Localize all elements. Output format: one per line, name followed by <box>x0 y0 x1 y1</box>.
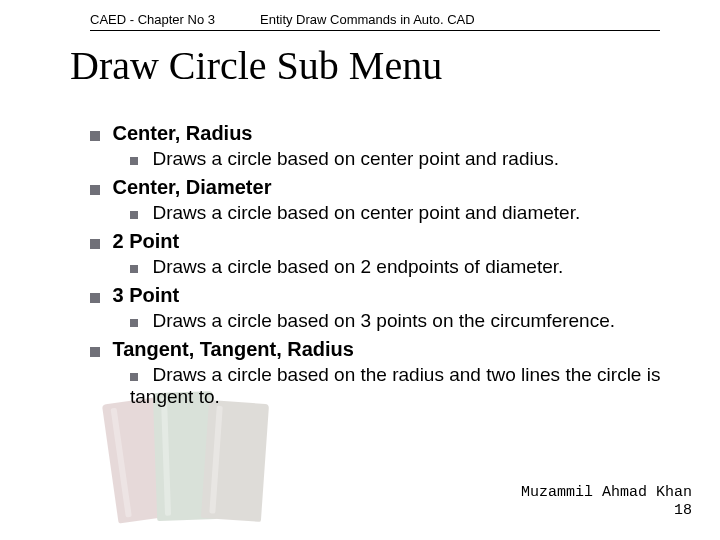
author-name: Muzammil Ahmad Khan <box>521 484 692 502</box>
square-bullet-icon <box>130 319 138 327</box>
item-label: 3 Point <box>112 284 179 306</box>
square-bullet-icon <box>130 157 138 165</box>
square-bullet-icon <box>90 347 100 357</box>
item-description: Draws a circle based on center point and… <box>152 202 580 223</box>
item-description: Draws a circle based on center point and… <box>152 148 559 169</box>
item-description-row: Draws a circle based on the radius and t… <box>130 364 680 408</box>
item-label: 2 Point <box>112 230 179 252</box>
item-description-row: Draws a circle based on center point and… <box>130 148 680 170</box>
header-divider <box>90 30 660 31</box>
header-right: Entity Draw Commands in Auto. CAD <box>260 12 475 27</box>
item-description-row: Draws a circle based on 2 endpoints of d… <box>130 256 680 278</box>
page-number: 18 <box>521 502 692 520</box>
item-label: Center, Radius <box>112 122 252 144</box>
header-left: CAED - Chapter No 3 <box>90 12 215 27</box>
content-list: Center, Radius Draws a circle based on c… <box>90 122 680 414</box>
square-bullet-icon <box>130 211 138 219</box>
square-bullet-icon <box>90 131 100 141</box>
list-item: Tangent, Tangent, Radius Draws a circle … <box>90 338 680 408</box>
square-bullet-icon <box>130 373 138 381</box>
list-item: 2 Point Draws a circle based on 2 endpoi… <box>90 230 680 278</box>
list-item: Center, Diameter Draws a circle based on… <box>90 176 680 224</box>
item-description-row: Draws a circle based on center point and… <box>130 202 680 224</box>
square-bullet-icon <box>130 265 138 273</box>
list-item: 3 Point Draws a circle based on 3 points… <box>90 284 680 332</box>
list-item: Center, Radius Draws a circle based on c… <box>90 122 680 170</box>
item-description: Draws a circle based on 2 endpoints of d… <box>152 256 563 277</box>
square-bullet-icon <box>90 293 100 303</box>
slide-footer: Muzammil Ahmad Khan 18 <box>521 484 692 520</box>
square-bullet-icon <box>90 185 100 195</box>
item-description: Draws a circle based on 3 points on the … <box>152 310 615 331</box>
item-label: Tangent, Tangent, Radius <box>112 338 353 360</box>
item-description: Draws a circle based on the radius and t… <box>130 364 660 407</box>
item-description-row: Draws a circle based on 3 points on the … <box>130 310 680 332</box>
square-bullet-icon <box>90 239 100 249</box>
year-watermark: 2006 <box>0 125 3 271</box>
page-title: Draw Circle Sub Menu <box>70 42 442 89</box>
item-label: Center, Diameter <box>112 176 271 198</box>
